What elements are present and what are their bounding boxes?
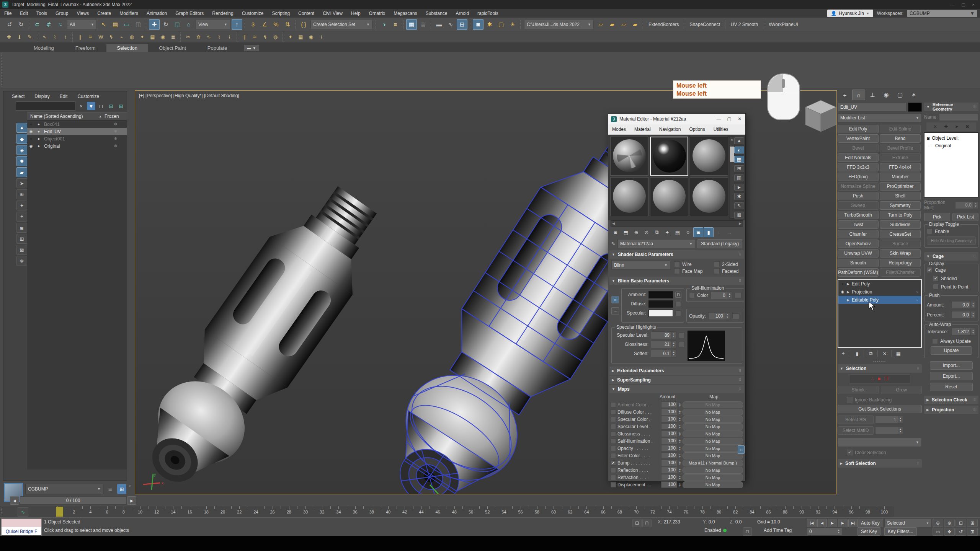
angle-snap-icon[interactable]: ∠ (259, 19, 270, 30)
ox-weave-icon[interactable]: ∥ (240, 32, 249, 42)
modifier-button-ffd-box-[interactable]: FFD(box) (838, 173, 879, 181)
ox-hair-from-guides-icon[interactable]: W (96, 32, 106, 42)
map-amount-field[interactable]: 100 (661, 445, 677, 452)
me-maximize-icon[interactable]: ▢ (727, 116, 732, 122)
reference-geometry-rollout[interactable]: ▼Reference Geometry⠿ (924, 103, 978, 111)
pick-list-button[interactable]: Pick List (952, 213, 978, 221)
map-button[interactable]: No Map (683, 467, 743, 474)
face-map-checkbox[interactable]: Face Map (674, 268, 711, 274)
smoothing-group-combo[interactable]: ▼ (838, 438, 922, 447)
two-sided-checkbox[interactable]: 2-Sided (714, 261, 751, 267)
me-menu-navigation[interactable]: Navigation (655, 127, 685, 132)
menu-scripting[interactable]: Scripting (268, 9, 294, 18)
map-button[interactable]: Map #11 ( Normal Bump ) (683, 460, 743, 466)
maps-lock-icon[interactable]: ⊓ (738, 445, 745, 454)
stack-row[interactable]: ▶Editable Poly⁘ (838, 296, 921, 304)
scene-object-row[interactable]: ◉●Edit_UV❄ (27, 128, 127, 135)
display-tab-icon[interactable]: ▢ (893, 90, 906, 100)
ox-bake-icon[interactable]: ◍ (271, 32, 280, 42)
map-checkbox[interactable] (611, 402, 616, 408)
modifier-button-prooptimizer[interactable]: ProOptimizer (880, 182, 921, 191)
column-header-frozen[interactable]: Frozen (102, 114, 127, 119)
display-bones-icon[interactable]: ⌖ (16, 212, 27, 222)
map-button[interactable]: No Map (683, 430, 743, 437)
element-subobject-icon[interactable]: ❒ (884, 376, 889, 381)
blinn-basic-parameters-rollout[interactable]: ▼Blinn Basic Parameters⠿ (609, 277, 744, 285)
map-checkbox[interactable] (611, 431, 616, 437)
material-name-combo[interactable]: CGBUMP ▼ (25, 484, 103, 494)
spinner-icon[interactable]: ▲▼ (679, 475, 681, 480)
map-button[interactable]: No Map (683, 481, 743, 488)
zoom-extents-icon[interactable]: ⊡ (956, 519, 966, 527)
material-sample-slot[interactable] (690, 177, 728, 216)
go-forward-to-sibling-icon[interactable]: → (724, 227, 734, 237)
sample-type-icon[interactable]: ● (734, 137, 744, 144)
glossiness-value[interactable]: 21 (651, 341, 671, 348)
spinner-icon[interactable]: ▲▼ (679, 403, 681, 407)
me-menu-material[interactable]: Material (630, 127, 655, 132)
next-frame-button[interactable]: ▶ (127, 496, 136, 505)
render-production-icon[interactable]: ☀ (507, 19, 518, 30)
map-checkbox[interactable] (611, 468, 616, 473)
redo-icon[interactable]: ↻ (16, 19, 26, 30)
menu-graph-editors[interactable]: Graph Editors (171, 9, 208, 18)
ox-comb-icon[interactable]: ≀ (60, 32, 70, 42)
lock-diffuse-specular-icon[interactable]: ∞ (611, 307, 619, 315)
modify-tab-icon[interactable]: ∩ (852, 90, 865, 100)
eye-closed-icon[interactable]: ● (27, 122, 35, 126)
ox-update-icon[interactable]: ▦ (296, 32, 305, 42)
display-shapes-icon[interactable]: ◈ (16, 145, 27, 155)
ribbon-tab-modeling[interactable]: Modeling (23, 44, 65, 52)
self-illum-value[interactable]: 0 (710, 292, 727, 299)
specular-color-swatch[interactable] (648, 310, 673, 317)
ox-surface-comb-icon[interactable]: ⌁ (117, 32, 126, 42)
import-button[interactable]: Import... (930, 361, 973, 370)
map-amount-field[interactable]: 100 (661, 401, 677, 408)
map-checkbox[interactable] (611, 446, 616, 451)
select-and-link-icon[interactable]: ⊂ (32, 19, 42, 30)
toggle-scene-explorer-icon[interactable]: ▦ (406, 19, 417, 30)
scene-object-row[interactable]: ●●Object001❄ (27, 135, 127, 142)
me-menu-options[interactable]: Options (685, 127, 709, 132)
ox-render-settings-icon[interactable]: ⟰ (194, 32, 203, 42)
reference-coordinate-system-combo[interactable]: View▼ (196, 20, 230, 29)
window-crossing-icon[interactable]: ◫ (133, 19, 144, 30)
menu-tools[interactable]: Tools (32, 9, 51, 18)
pan-icon[interactable]: ✥ (944, 528, 955, 536)
map-button[interactable]: No Map (683, 409, 743, 416)
ox-frizz-icon[interactable]: ✦ (137, 32, 147, 42)
display-xrefs-icon[interactable]: ⊠ (16, 245, 27, 255)
menu-substance[interactable]: Substance (421, 9, 452, 18)
modifier-button-normalize-spline[interactable]: Normalize Spline (838, 182, 879, 191)
map-button[interactable]: No Map (683, 445, 743, 452)
collapse-tree-icon[interactable]: ⊟ (107, 102, 115, 110)
specular-map-button[interactable] (675, 310, 681, 316)
reference-geometry-list[interactable]: ◙Object Level:—Original (924, 132, 978, 197)
eye-closed-icon[interactable]: ● (27, 137, 35, 141)
maxscript-mini-listener[interactable]: Quixel Bridge F (1, 518, 42, 536)
map-amount-field[interactable]: 100 (661, 474, 677, 481)
modifier-button-edit-spline[interactable]: Edit Spline (880, 125, 921, 133)
reset-map-icon[interactable]: ⊘ (642, 227, 652, 237)
project-folder-1-icon[interactable]: ▱ (595, 19, 606, 30)
use-pivot-point-center-icon[interactable]: ↑ (232, 19, 242, 30)
display-spacewarps-icon[interactable]: ≋ (16, 189, 27, 199)
map-checkbox[interactable] (611, 453, 616, 458)
ox-strand-count-icon[interactable]: ≋ (86, 32, 95, 42)
sg-value[interactable]: 1 (875, 416, 898, 424)
key-selection-combo[interactable]: Selected▼ (884, 519, 932, 527)
display-particles-icon[interactable]: ✦ (16, 201, 27, 210)
go-to-end-icon[interactable]: ▶| (848, 519, 858, 527)
modifier-button-vertexpaint[interactable]: VertexPaint (838, 134, 879, 143)
modifier-button-subdivide[interactable]: Subdivide (880, 220, 921, 229)
map-amount-field[interactable]: 100 (661, 467, 677, 473)
cage-checkbox[interactable]: ✔Cage (927, 267, 976, 273)
show-shaded-material-in-viewport-icon[interactable]: ◙ (693, 227, 703, 237)
me-close-icon[interactable]: ✕ (738, 116, 742, 122)
select-object-icon[interactable]: ↖ (98, 19, 109, 30)
lock-ambient-diffuse-icon[interactable]: ∞ (611, 296, 619, 303)
pick-material-eyedropper-icon[interactable]: ✎ (611, 241, 615, 246)
ambient-lock-icon[interactable]: ⊓ (675, 292, 681, 298)
eye-open-icon[interactable]: ◉ (27, 129, 35, 134)
material-editor-options-icon[interactable]: ✱ (734, 193, 744, 200)
